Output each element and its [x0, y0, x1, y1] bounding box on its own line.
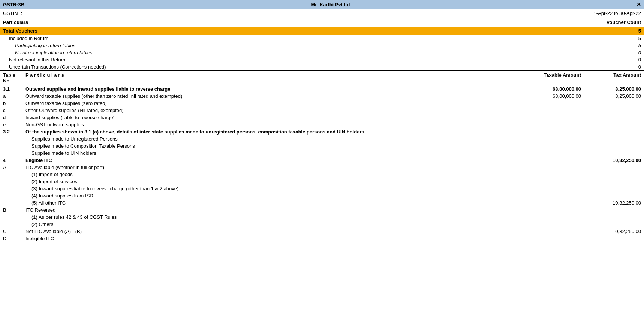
table-row: D Ineligible ITC: [0, 235, 644, 242]
participating-label: Participating in return tables: [15, 43, 75, 48]
table-row: B ITC Reversed: [0, 206, 644, 214]
table-row: 3.2 Of the supplies shown in 3.1 (a) abo…: [0, 128, 644, 135]
gstin-row: GSTIN : 1-Apr-22 to 30-Apr-22: [0, 9, 644, 18]
total-vouchers-label: Total Vouchers: [3, 28, 37, 34]
row-label: Eligible ITC: [25, 157, 514, 163]
row-no: B: [3, 207, 25, 213]
table-row: (3) Inward supplies liable to reverse ch…: [0, 185, 644, 192]
title-bar: GSTR-3B Mr .Karthi Pvt ltd ✕: [0, 0, 644, 9]
not-relevant-label: Not relevant in this Return: [9, 57, 65, 63]
row-taxable-amount: 68,00,000.00: [514, 86, 581, 92]
particulars-header: Particulars: [3, 19, 28, 25]
row-label: Other Outward supplies (Nil rated, exemp…: [25, 108, 514, 113]
uncertain-row: Uncertain Transactions (Corrections need…: [0, 63, 644, 70]
row-label: (2) Others: [25, 221, 514, 227]
row-no: c: [3, 108, 25, 113]
row-label: Non-GST outward supplies: [25, 122, 514, 127]
total-vouchers-row: Total Vouchers 5: [0, 27, 644, 35]
participating-value: 5: [638, 43, 641, 48]
table-row: c Other Outward supplies (Nil rated, exe…: [0, 107, 644, 114]
table-row: d Inward supplies (liable to reverse cha…: [0, 114, 644, 121]
row-label: ITC Reversed: [25, 207, 514, 213]
row-label: (5) All other ITC: [25, 200, 514, 206]
row-no: A: [3, 165, 25, 170]
main-header-row: Particulars Voucher Count: [0, 18, 644, 27]
not-relevant-value: 0: [638, 57, 641, 63]
included-in-return-label: Included in Return: [9, 36, 49, 41]
row-tax-amount: 10,32,250.00: [581, 157, 641, 163]
row-no: d: [3, 115, 25, 120]
uncertain-label: Uncertain Transactions (Corrections need…: [9, 64, 106, 70]
uncertain-value: 0: [638, 64, 641, 70]
row-tax-amount: 8,25,000.00: [581, 86, 641, 92]
table-row: 3.1 Outward supplies and inward supplies…: [0, 85, 644, 93]
row-tax-amount: 10,32,250.00: [581, 229, 641, 234]
table-row: (2) Import of services: [0, 178, 644, 185]
row-label: (3) Inward supplies liable to reverse ch…: [25, 186, 514, 191]
table-column-header: TableNo. P a r t i c u l a r s Taxable A…: [0, 70, 644, 85]
table-body: 3.1 Outward supplies and inward supplies…: [0, 85, 644, 242]
row-label: (2) Import of services: [25, 179, 514, 184]
gstin-label: GSTIN: [3, 10, 18, 16]
row-tax-amount: 10,32,250.00: [581, 200, 641, 206]
row-label: Supplies made to Composition Taxable Per…: [25, 143, 514, 149]
table-row: C Net ITC Available (A) - (B) 10,32,250.…: [0, 228, 644, 235]
row-label: Supplies made to UIN holders: [25, 150, 514, 156]
row-label: Outward taxable supplies (zero rated): [25, 100, 514, 106]
participating-row: Participating in return tables 5: [0, 42, 644, 49]
row-label: Outward supplies and inward supplies lia…: [25, 86, 514, 92]
table-row: (4) Inward supplies from ISD: [0, 192, 644, 199]
table-row: (1) As per rules 42 & 43 of CGST Rules: [0, 214, 644, 221]
not-relevant-row: Not relevant in this Return 0: [0, 56, 644, 63]
date-range: 1-Apr-22 to 30-Apr-22: [594, 10, 641, 16]
gstin-colon: :: [21, 10, 22, 16]
row-label: ITC Available (whether in full or part): [25, 165, 514, 170]
row-label: (1) As per rules 42 & 43 of CGST Rules: [25, 214, 514, 220]
row-label: Ineligible ITC: [25, 236, 514, 241]
table-row: A ITC Available (whether in full or part…: [0, 164, 644, 171]
voucher-count-header: Voucher Count: [607, 19, 641, 25]
row-no: 3.2: [3, 129, 25, 135]
table-row: b Outward taxable supplies (zero rated): [0, 100, 644, 107]
row-no: b: [3, 100, 25, 106]
row-no: C: [3, 229, 25, 234]
col-table-no: TableNo.: [3, 72, 25, 84]
table-row: Supplies made to UIN holders: [0, 150, 644, 157]
table-row: (1) Import of goods: [0, 171, 644, 178]
table-row: (2) Others: [0, 221, 644, 228]
row-label: Inward supplies (liable to reverse charg…: [25, 115, 514, 120]
row-tax-amount: 8,25,000.00: [581, 93, 641, 99]
no-direct-label: No direct implication in return tables: [15, 50, 93, 55]
row-no: 3.1: [3, 86, 25, 92]
table-row: e Non-GST outward supplies: [0, 121, 644, 128]
col-particulars: P a r t i c u l a r s: [25, 72, 514, 84]
table-row: a Outward taxable supplies (other than z…: [0, 93, 644, 100]
row-no: e: [3, 122, 25, 127]
row-label: (1) Import of goods: [25, 172, 514, 177]
row-no: a: [3, 93, 25, 99]
table-row: Supplies made to Unregistered Persons: [0, 135, 644, 142]
title-left: GSTR-3B: [3, 2, 24, 7]
included-in-return-row: Included in Return 5: [0, 35, 644, 42]
row-label: Of the supplies shown in 3.1 (a) above, …: [25, 129, 514, 135]
row-label: (4) Inward supplies from ISD: [25, 193, 514, 199]
col-taxable-amount: Taxable Amount: [514, 72, 581, 84]
table-row: 4 Eligible ITC 10,32,250.00: [0, 157, 644, 164]
row-taxable-amount: 68,00,000.00: [514, 93, 581, 99]
col-tax-amount: Tax Amount: [581, 72, 641, 84]
row-no: 4: [3, 157, 25, 163]
close-button[interactable]: ✕: [637, 1, 641, 7]
no-direct-value: 0: [638, 50, 641, 55]
table-row: (5) All other ITC 10,32,250.00: [0, 199, 644, 206]
total-vouchers-value: 5: [638, 28, 641, 34]
title-center: Mr .Karthi Pvt ltd: [311, 2, 350, 7]
row-label: Supplies made to Unregistered Persons: [25, 136, 514, 142]
row-label: Outward taxable supplies (other than zer…: [25, 93, 514, 99]
no-direct-row: No direct implication in return tables 0: [0, 49, 644, 56]
table-row: Supplies made to Composition Taxable Per…: [0, 142, 644, 150]
row-no: D: [3, 236, 25, 241]
row-label: Net ITC Available (A) - (B): [25, 229, 514, 234]
included-in-return-value: 5: [638, 36, 641, 41]
